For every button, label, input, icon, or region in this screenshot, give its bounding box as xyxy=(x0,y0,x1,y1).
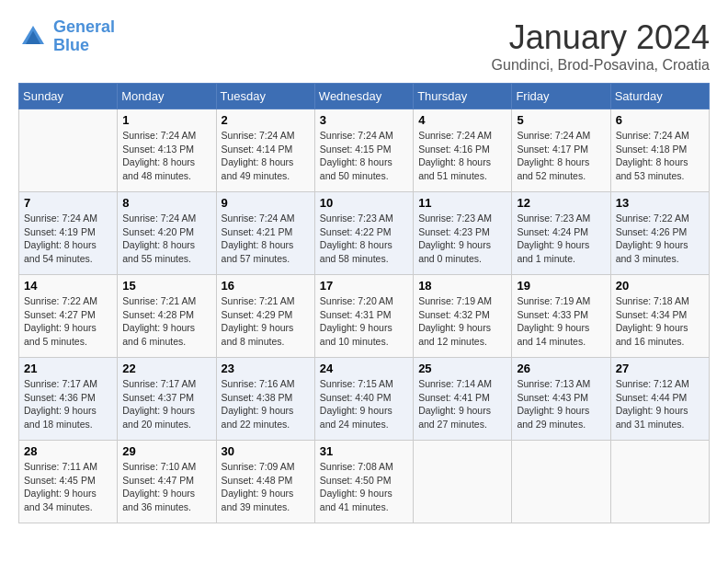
day-info: Sunrise: 7:18 AMSunset: 4:34 PMDaylight:… xyxy=(616,294,704,349)
logo-line2: Blue xyxy=(53,36,89,54)
calendar-cell xyxy=(414,441,512,523)
day-number: 2 xyxy=(222,113,310,127)
day-info: Sunrise: 7:21 AMSunset: 4:29 PMDaylight:… xyxy=(222,294,310,349)
calendar-cell xyxy=(610,441,709,523)
calendar-cell xyxy=(19,109,118,192)
day-info: Sunrise: 7:11 AMSunset: 4:45 PMDaylight:… xyxy=(24,460,112,514)
calendar-title: January 2024 xyxy=(492,18,710,57)
calendar-cell: 26Sunrise: 7:13 AMSunset: 4:43 PMDayligh… xyxy=(512,358,610,441)
page-header: General Blue January 2024 Gundinci, Brod… xyxy=(18,18,710,74)
day-info: Sunrise: 7:24 AMSunset: 4:17 PMDaylight:… xyxy=(517,129,605,183)
calendar-cell: 18Sunrise: 7:19 AMSunset: 4:32 PMDayligh… xyxy=(414,275,512,358)
calendar-subtitle: Gundinci, Brod-Posavina, Croatia xyxy=(492,57,710,74)
day-info: Sunrise: 7:23 AMSunset: 4:23 PMDaylight:… xyxy=(418,212,506,266)
day-info: Sunrise: 7:23 AMSunset: 4:22 PMDaylight:… xyxy=(320,212,408,266)
logo: General Blue xyxy=(18,18,115,55)
weekday-header: Sunday xyxy=(19,84,118,109)
day-info: Sunrise: 7:20 AMSunset: 4:31 PMDaylight:… xyxy=(320,294,408,349)
day-info: Sunrise: 7:09 AMSunset: 4:48 PMDaylight:… xyxy=(222,460,310,514)
day-number: 11 xyxy=(418,196,506,210)
calendar-cell xyxy=(512,441,610,523)
day-number: 15 xyxy=(122,279,210,293)
day-number: 31 xyxy=(320,444,408,458)
day-number: 28 xyxy=(24,444,112,458)
day-info: Sunrise: 7:24 AMSunset: 4:19 PMDaylight:… xyxy=(24,212,112,266)
day-info: Sunrise: 7:24 AMSunset: 4:20 PMDaylight:… xyxy=(122,212,210,266)
calendar-table: SundayMondayTuesdayWednesdayThursdayFrid… xyxy=(18,83,710,523)
calendar-cell: 6Sunrise: 7:24 AMSunset: 4:18 PMDaylight… xyxy=(610,109,709,192)
day-info: Sunrise: 7:24 AMSunset: 4:15 PMDaylight:… xyxy=(320,129,408,183)
day-number: 30 xyxy=(222,444,310,458)
day-number: 20 xyxy=(616,279,704,293)
weekday-header: Saturday xyxy=(610,84,709,109)
calendar-cell: 22Sunrise: 7:17 AMSunset: 4:37 PMDayligh… xyxy=(118,358,216,441)
day-info: Sunrise: 7:24 AMSunset: 4:18 PMDaylight:… xyxy=(616,129,704,183)
day-number: 3 xyxy=(320,113,408,127)
day-number: 13 xyxy=(616,196,704,210)
calendar-week-row: 14Sunrise: 7:22 AMSunset: 4:27 PMDayligh… xyxy=(19,275,710,358)
day-number: 6 xyxy=(616,113,704,127)
day-info: Sunrise: 7:23 AMSunset: 4:24 PMDaylight:… xyxy=(517,212,605,266)
calendar-cell: 7Sunrise: 7:24 AMSunset: 4:19 PMDaylight… xyxy=(19,192,118,275)
calendar-cell: 21Sunrise: 7:17 AMSunset: 4:36 PMDayligh… xyxy=(19,358,118,441)
calendar-cell: 2Sunrise: 7:24 AMSunset: 4:14 PMDaylight… xyxy=(216,109,314,192)
calendar-cell: 19Sunrise: 7:19 AMSunset: 4:33 PMDayligh… xyxy=(512,275,610,358)
calendar-cell: 24Sunrise: 7:15 AMSunset: 4:40 PMDayligh… xyxy=(314,358,413,441)
day-info: Sunrise: 7:14 AMSunset: 4:41 PMDaylight:… xyxy=(418,377,506,431)
calendar-cell: 17Sunrise: 7:20 AMSunset: 4:31 PMDayligh… xyxy=(314,275,413,358)
calendar-cell: 15Sunrise: 7:21 AMSunset: 4:28 PMDayligh… xyxy=(118,275,216,358)
calendar-cell: 27Sunrise: 7:12 AMSunset: 4:44 PMDayligh… xyxy=(610,358,709,441)
day-number: 21 xyxy=(24,362,112,375)
title-section: January 2024 Gundinci, Brod-Posavina, Cr… xyxy=(492,18,710,74)
day-info: Sunrise: 7:24 AMSunset: 4:16 PMDaylight:… xyxy=(418,129,506,183)
day-info: Sunrise: 7:12 AMSunset: 4:44 PMDaylight:… xyxy=(616,377,704,431)
day-info: Sunrise: 7:08 AMSunset: 4:50 PMDaylight:… xyxy=(320,460,408,514)
day-number: 12 xyxy=(517,196,605,210)
day-number: 27 xyxy=(616,362,704,375)
day-number: 18 xyxy=(418,279,506,293)
calendar-cell: 5Sunrise: 7:24 AMSunset: 4:17 PMDaylight… xyxy=(512,109,610,192)
calendar-cell: 1Sunrise: 7:24 AMSunset: 4:13 PMDaylight… xyxy=(118,109,216,192)
day-number: 23 xyxy=(222,362,310,375)
day-info: Sunrise: 7:21 AMSunset: 4:28 PMDaylight:… xyxy=(122,294,210,349)
calendar-cell: 31Sunrise: 7:08 AMSunset: 4:50 PMDayligh… xyxy=(314,441,413,523)
calendar-cell: 14Sunrise: 7:22 AMSunset: 4:27 PMDayligh… xyxy=(19,275,118,358)
calendar-cell: 13Sunrise: 7:22 AMSunset: 4:26 PMDayligh… xyxy=(610,192,709,275)
calendar-cell: 8Sunrise: 7:24 AMSunset: 4:20 PMDaylight… xyxy=(118,192,216,275)
day-number: 5 xyxy=(517,113,605,127)
day-number: 4 xyxy=(418,113,506,127)
calendar-cell: 28Sunrise: 7:11 AMSunset: 4:45 PMDayligh… xyxy=(19,441,118,523)
calendar-cell: 16Sunrise: 7:21 AMSunset: 4:29 PMDayligh… xyxy=(216,275,314,358)
weekday-header: Thursday xyxy=(414,84,512,109)
calendar-week-row: 1Sunrise: 7:24 AMSunset: 4:13 PMDaylight… xyxy=(19,109,710,192)
day-info: Sunrise: 7:15 AMSunset: 4:40 PMDaylight:… xyxy=(320,377,408,431)
calendar-cell: 9Sunrise: 7:24 AMSunset: 4:21 PMDaylight… xyxy=(216,192,314,275)
calendar-cell: 4Sunrise: 7:24 AMSunset: 4:16 PMDaylight… xyxy=(414,109,512,192)
weekday-header: Tuesday xyxy=(216,84,314,109)
calendar-week-row: 21Sunrise: 7:17 AMSunset: 4:36 PMDayligh… xyxy=(19,358,710,441)
day-number: 19 xyxy=(517,279,605,293)
calendar-cell: 11Sunrise: 7:23 AMSunset: 4:23 PMDayligh… xyxy=(414,192,512,275)
day-info: Sunrise: 7:19 AMSunset: 4:33 PMDaylight:… xyxy=(517,294,605,349)
day-info: Sunrise: 7:17 AMSunset: 4:37 PMDaylight:… xyxy=(122,377,210,431)
logo-text: General Blue xyxy=(53,18,115,55)
day-info: Sunrise: 7:24 AMSunset: 4:13 PMDaylight:… xyxy=(122,129,210,183)
calendar-cell: 3Sunrise: 7:24 AMSunset: 4:15 PMDaylight… xyxy=(314,109,413,192)
day-number: 7 xyxy=(24,196,112,210)
calendar-week-row: 28Sunrise: 7:11 AMSunset: 4:45 PMDayligh… xyxy=(19,441,710,523)
calendar-week-row: 7Sunrise: 7:24 AMSunset: 4:19 PMDaylight… xyxy=(19,192,710,275)
day-number: 16 xyxy=(222,279,310,293)
calendar-cell: 23Sunrise: 7:16 AMSunset: 4:38 PMDayligh… xyxy=(216,358,314,441)
weekday-header-row: SundayMondayTuesdayWednesdayThursdayFrid… xyxy=(19,84,710,109)
day-info: Sunrise: 7:16 AMSunset: 4:38 PMDaylight:… xyxy=(222,377,310,431)
day-info: Sunrise: 7:17 AMSunset: 4:36 PMDaylight:… xyxy=(24,377,112,431)
calendar-cell: 20Sunrise: 7:18 AMSunset: 4:34 PMDayligh… xyxy=(610,275,709,358)
logo-icon xyxy=(18,22,48,52)
day-info: Sunrise: 7:13 AMSunset: 4:43 PMDaylight:… xyxy=(517,377,605,431)
day-info: Sunrise: 7:24 AMSunset: 4:21 PMDaylight:… xyxy=(222,212,310,266)
weekday-header: Wednesday xyxy=(314,84,413,109)
day-number: 25 xyxy=(418,362,506,375)
day-number: 29 xyxy=(122,444,210,458)
logo-line1: General xyxy=(53,17,115,36)
day-number: 10 xyxy=(320,196,408,210)
